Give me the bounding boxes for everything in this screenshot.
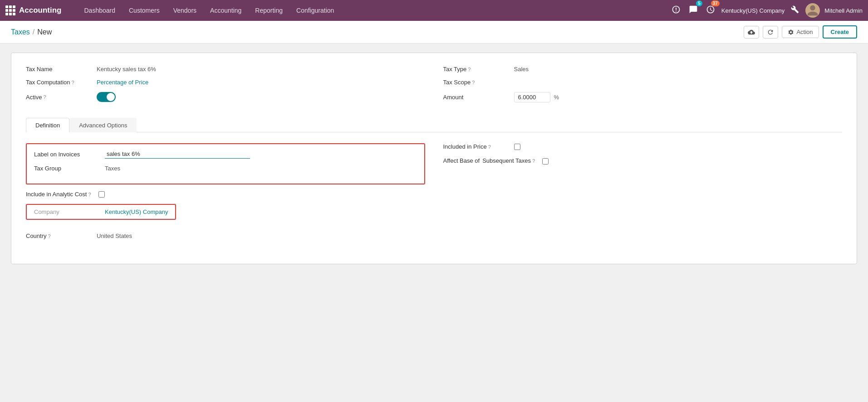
breadcrumb-current: New xyxy=(37,28,52,36)
menu-vendors[interactable]: Vendors xyxy=(167,4,203,17)
tax-type-row: Tax Type ? Sales xyxy=(443,66,843,73)
active-row: Active ? xyxy=(26,92,425,102)
support-icon[interactable] xyxy=(670,3,682,18)
label-on-invoices-row: Label on Invoices xyxy=(34,150,417,159)
tax-type-help-icon[interactable]: ? xyxy=(468,67,471,72)
company-name[interactable]: Kentucky(US) Company xyxy=(721,7,785,14)
tab-definition[interactable]: Definition xyxy=(26,118,69,132)
definition-two-col: Label on Invoices Tax Group Taxes Includ… xyxy=(26,143,842,246)
menu-reporting[interactable]: Reporting xyxy=(249,4,289,17)
clock-badge: 37 xyxy=(711,0,720,6)
app-name[interactable]: Accounting xyxy=(19,6,62,15)
action-button[interactable]: Action xyxy=(782,26,819,38)
tax-scope-label: Tax Scope ? xyxy=(443,79,507,86)
country-value: United States xyxy=(97,232,132,239)
active-label: Active ? xyxy=(26,94,89,101)
tab-advanced-options[interactable]: Advanced Options xyxy=(69,118,137,132)
country-help-icon[interactable]: ? xyxy=(48,233,51,239)
form-top: Tax Name Kentucky sales tax 6% Tax Compu… xyxy=(26,66,842,109)
affect-base-label: Affect Base of Subsequent Taxes ? xyxy=(443,156,535,165)
main-content: Tax Name Kentucky sales tax 6% Tax Compu… xyxy=(0,44,868,273)
include-analytic-row: Include in Analytic Cost ? xyxy=(26,191,425,198)
tax-name-label: Tax Name xyxy=(26,66,89,73)
active-help-icon[interactable]: ? xyxy=(43,94,46,100)
tax-group-row: Tax Group Taxes xyxy=(34,165,417,172)
form-card: Tax Name Kentucky sales tax 6% Tax Compu… xyxy=(11,53,857,264)
breadcrumb-separator: / xyxy=(33,28,34,36)
included-in-price-label: Included in Price ? xyxy=(443,143,507,150)
tax-computation-row: Tax Computation ? Percentage of Price xyxy=(26,79,425,86)
amount-display: 6.0000 % xyxy=(514,92,559,102)
active-toggle[interactable] xyxy=(97,92,116,102)
tax-group-label: Tax Group xyxy=(34,165,98,172)
user-name[interactable]: Mitchell Admin xyxy=(824,7,863,14)
label-on-invoices-label: Label on Invoices xyxy=(34,151,98,158)
company-label: Company xyxy=(34,208,98,215)
amount-label: Amount xyxy=(443,94,507,101)
country-label: Country ? xyxy=(26,232,89,239)
company-section: Company Kentucky(US) Company xyxy=(26,204,425,226)
top-navigation: Accounting Dashboard Customers Vendors A… xyxy=(0,0,868,21)
tax-name-value: Kentucky sales tax 6% xyxy=(97,66,156,73)
tax-group-value: Taxes xyxy=(105,165,120,172)
included-in-price-row: Included in Price ? xyxy=(443,143,843,150)
tabs: Definition Advanced Options xyxy=(26,118,842,132)
form-left: Tax Name Kentucky sales tax 6% Tax Compu… xyxy=(26,66,425,109)
highlighted-company-section: Company Kentucky(US) Company xyxy=(26,204,176,220)
country-row: Country ? United States xyxy=(26,232,425,239)
menu-accounting[interactable]: Accounting xyxy=(204,4,248,17)
tax-type-label: Tax Type ? xyxy=(443,66,507,73)
menu-configuration[interactable]: Configuration xyxy=(290,4,340,17)
action-label: Action xyxy=(796,29,813,35)
amount-row: Amount 6.0000 % xyxy=(443,92,843,102)
company-value[interactable]: Kentucky(US) Company xyxy=(105,208,168,215)
amount-value: 6.0000 xyxy=(514,92,550,102)
chat-icon[interactable]: 5 xyxy=(687,3,700,18)
chat-badge: 5 xyxy=(696,0,702,6)
affect-base-row: Affect Base of Subsequent Taxes ? xyxy=(443,156,843,165)
wrench-icon[interactable] xyxy=(789,4,801,18)
create-button[interactable]: Create xyxy=(823,25,857,39)
app-logo[interactable]: Accounting xyxy=(5,5,71,15)
definition-left: Label on Invoices Tax Group Taxes Includ… xyxy=(26,143,425,246)
tabs-container: Definition Advanced Options xyxy=(26,118,842,132)
breadcrumb-bar: Taxes / New Action Create xyxy=(0,21,868,44)
tax-type-value: Sales xyxy=(514,66,529,73)
top-menu: Dashboard Customers Vendors Accounting R… xyxy=(78,4,670,17)
included-in-price-help-icon[interactable]: ? xyxy=(488,144,491,150)
cloud-save-button[interactable] xyxy=(744,26,759,39)
clock-icon[interactable]: 37 xyxy=(704,3,717,18)
include-analytic-help-icon[interactable]: ? xyxy=(88,192,91,197)
grid-icon[interactable] xyxy=(5,5,15,15)
refresh-button[interactable] xyxy=(763,26,778,39)
affect-base-checkbox[interactable] xyxy=(542,158,549,165)
breadcrumb-parent[interactable]: Taxes xyxy=(11,28,30,36)
tax-name-row: Tax Name Kentucky sales tax 6% xyxy=(26,66,425,73)
tab-content-definition: Label on Invoices Tax Group Taxes Includ… xyxy=(26,132,842,246)
breadcrumb: Taxes / New xyxy=(11,28,52,36)
user-avatar[interactable] xyxy=(805,3,820,18)
highlighted-invoices-section: Label on Invoices Tax Group Taxes xyxy=(26,143,425,184)
included-in-price-checkbox[interactable] xyxy=(514,144,520,150)
form-right: Tax Type ? Sales Tax Scope ? xyxy=(443,66,843,109)
label-on-invoices-input[interactable] xyxy=(105,150,250,159)
topnav-right: 5 37 Kentucky(US) Company Mitchell Admin xyxy=(670,3,863,18)
tax-computation-help-icon[interactable]: ? xyxy=(72,80,74,85)
menu-customers[interactable]: Customers xyxy=(123,4,166,17)
subsequent-taxes-help-icon[interactable]: ? xyxy=(532,157,535,165)
menu-dashboard[interactable]: Dashboard xyxy=(78,4,122,17)
definition-right: Included in Price ? Affect Base of Subse… xyxy=(443,143,843,246)
include-analytic-label: Include in Analytic Cost ? xyxy=(26,191,91,198)
amount-unit: % xyxy=(554,94,559,101)
tax-computation-value[interactable]: Percentage of Price xyxy=(97,79,148,86)
breadcrumb-actions: Action Create xyxy=(744,25,857,39)
tax-scope-help-icon[interactable]: ? xyxy=(472,80,475,85)
tax-computation-label: Tax Computation ? xyxy=(26,79,89,86)
include-analytic-checkbox[interactable] xyxy=(98,191,105,198)
tax-scope-row: Tax Scope ? xyxy=(443,79,843,86)
